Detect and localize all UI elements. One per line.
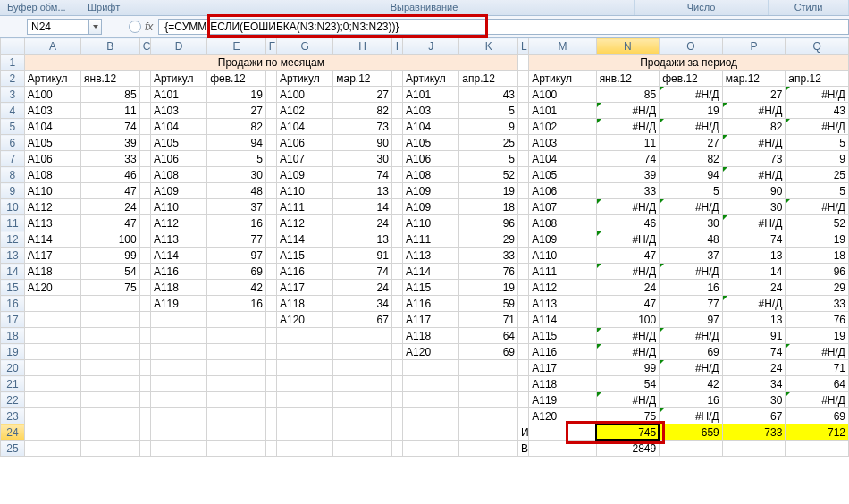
cell-F4[interactable] xyxy=(265,103,276,119)
cell-A20[interactable] xyxy=(24,360,80,376)
cell-K10[interactable]: 18 xyxy=(459,199,518,215)
cell-A1[interactable]: Продажи по месяцам xyxy=(24,55,517,71)
cell-L22[interactable] xyxy=(518,392,529,408)
cell-B9[interactable]: 47 xyxy=(81,183,140,199)
cell-Q16[interactable]: 33 xyxy=(786,296,849,312)
cell-D12[interactable]: A113 xyxy=(150,231,206,248)
cell-K17[interactable]: 71 xyxy=(459,312,518,328)
cell-H23[interactable] xyxy=(333,408,392,424)
cell-D8[interactable]: A108 xyxy=(150,167,206,183)
cell-L5[interactable] xyxy=(518,119,529,135)
cell-F3[interactable] xyxy=(265,87,276,103)
col-header-D[interactable]: D xyxy=(150,38,206,55)
cell-N8[interactable]: 39 xyxy=(596,167,660,183)
cell-L25[interactable]: Всего xyxy=(518,441,529,457)
cell-L1[interactable] xyxy=(518,55,529,71)
cell-L16[interactable] xyxy=(518,296,529,312)
cell-J6[interactable]: A105 xyxy=(403,135,459,151)
cell-M21[interactable]: A118 xyxy=(529,376,596,392)
cell-Q21[interactable]: 64 xyxy=(786,376,849,392)
cell-N9[interactable]: 33 xyxy=(596,183,660,199)
cell-A3[interactable]: A100 xyxy=(24,87,80,103)
cell-D25[interactable] xyxy=(150,441,206,457)
cell-O15[interactable]: 16 xyxy=(660,280,723,296)
cell-K6[interactable]: 25 xyxy=(459,135,518,151)
cell-Q18[interactable]: 19 xyxy=(786,328,849,344)
row-header-9[interactable]: 9 xyxy=(1,183,25,199)
cell-P16[interactable]: #Н/Д xyxy=(722,296,786,312)
cell-P17[interactable]: 13 xyxy=(722,312,786,328)
cell-K3[interactable]: 43 xyxy=(459,87,518,103)
cell-M18[interactable]: A115 xyxy=(529,328,596,344)
cell-B23[interactable] xyxy=(81,408,140,424)
cell-D11[interactable]: A112 xyxy=(150,215,206,231)
cell-Q9[interactable]: 5 xyxy=(786,183,849,199)
cell-P25[interactable] xyxy=(722,441,786,457)
cell-M14[interactable]: A111 xyxy=(529,264,596,280)
row-header-4[interactable]: 4 xyxy=(1,103,25,119)
cell-G14[interactable]: A116 xyxy=(276,264,332,280)
row-header-13[interactable]: 13 xyxy=(1,248,25,264)
cell-D13[interactable]: A114 xyxy=(150,248,206,264)
cell-D5[interactable]: A104 xyxy=(150,119,206,135)
cell-J8[interactable]: A108 xyxy=(403,167,459,183)
cell-E15[interactable]: 42 xyxy=(207,280,266,296)
cell-P12[interactable]: 74 xyxy=(722,231,786,248)
cell-A10[interactable]: A112 xyxy=(24,199,80,215)
cell-G16[interactable]: A118 xyxy=(276,296,332,312)
cell-P22[interactable]: 30 xyxy=(722,392,786,408)
cell-A13[interactable]: A117 xyxy=(24,248,80,264)
cell-P5[interactable]: 82 xyxy=(722,119,786,135)
cell-O18[interactable]: #Н/Д xyxy=(660,328,723,344)
cell-H25[interactable] xyxy=(333,441,392,457)
cell-M17[interactable]: A114 xyxy=(529,312,596,328)
cell-G8[interactable]: A109 xyxy=(276,167,332,183)
cell-E21[interactable] xyxy=(207,376,266,392)
cell-M5[interactable]: A102 xyxy=(529,119,596,135)
cell-Q25[interactable] xyxy=(786,441,849,457)
cell-Q8[interactable]: 25 xyxy=(786,167,849,183)
col-header-M[interactable]: M xyxy=(529,38,596,55)
cell-C15[interactable] xyxy=(139,280,150,296)
cell-D20[interactable] xyxy=(150,360,206,376)
cell-N17[interactable]: 100 xyxy=(596,312,660,328)
cell-F11[interactable] xyxy=(265,215,276,231)
cell-F8[interactable] xyxy=(265,167,276,183)
cell-C23[interactable] xyxy=(139,408,150,424)
cell-F13[interactable] xyxy=(265,248,276,264)
cell-G20[interactable] xyxy=(276,360,332,376)
cell-L13[interactable] xyxy=(518,248,529,264)
cell-N10[interactable]: #Н/Д xyxy=(596,199,660,215)
cell-M1[interactable]: Продажи за период xyxy=(529,55,849,71)
cell-K22[interactable] xyxy=(459,392,518,408)
cell-D21[interactable] xyxy=(150,376,206,392)
cell-H11[interactable]: 24 xyxy=(333,215,392,231)
cell-B10[interactable]: 24 xyxy=(81,199,140,215)
cell-G13[interactable]: A115 xyxy=(276,248,332,264)
cell-H4[interactable]: 82 xyxy=(333,103,392,119)
cell-E7[interactable]: 5 xyxy=(207,151,266,167)
cell-L4[interactable] xyxy=(518,103,529,119)
cell-I18[interactable] xyxy=(391,328,402,344)
cell-L9[interactable] xyxy=(518,183,529,199)
cell-Q20[interactable]: 71 xyxy=(786,360,849,376)
row-header-19[interactable]: 19 xyxy=(1,344,25,360)
cell-J4[interactable]: A103 xyxy=(403,103,459,119)
row-header-21[interactable]: 21 xyxy=(1,376,25,392)
row-header-18[interactable]: 18 xyxy=(1,328,25,344)
cell-G25[interactable] xyxy=(276,441,332,457)
cell-M20[interactable]: A117 xyxy=(529,360,596,376)
cell-N5[interactable]: #Н/Д xyxy=(596,119,660,135)
cell-H8[interactable]: 74 xyxy=(333,167,392,183)
cell-J2[interactable]: Артикул xyxy=(403,71,459,87)
cell-H3[interactable]: 27 xyxy=(333,87,392,103)
col-header-C[interactable]: C xyxy=(139,38,150,55)
cell-E8[interactable]: 30 xyxy=(207,167,266,183)
col-header-J[interactable]: J xyxy=(403,38,459,55)
cell-G2[interactable]: Артикул xyxy=(276,71,332,87)
cell-L3[interactable] xyxy=(518,87,529,103)
cell-O13[interactable]: 37 xyxy=(660,248,723,264)
cell-E20[interactable] xyxy=(207,360,266,376)
cell-N16[interactable]: 47 xyxy=(596,296,660,312)
cell-K11[interactable]: 96 xyxy=(459,215,518,231)
